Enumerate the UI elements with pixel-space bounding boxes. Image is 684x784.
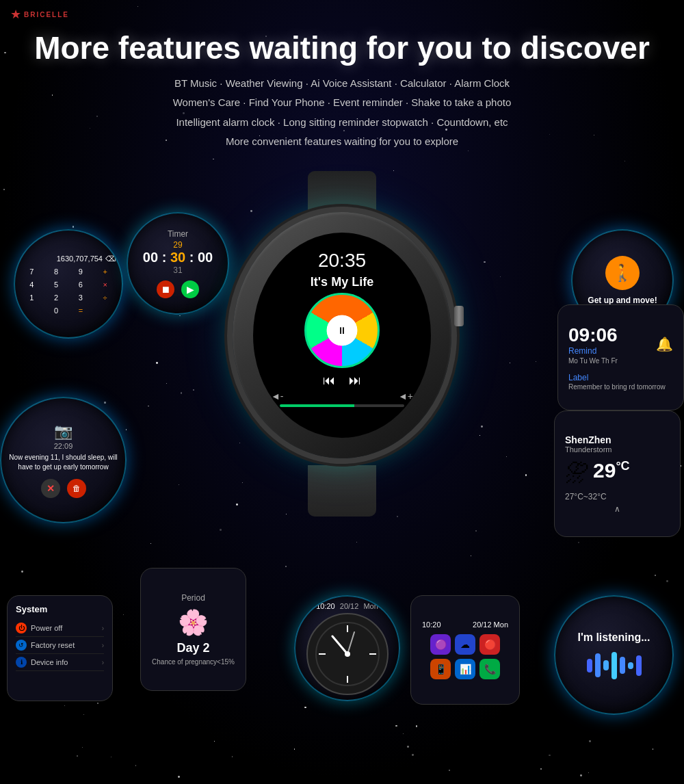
- timer-play-button[interactable]: ▶: [181, 280, 199, 298]
- calc-key-9[interactable]: 9: [70, 266, 92, 277]
- period-circle: Period 🌸 Day 2 Chance of pregnancy<15%: [140, 568, 246, 691]
- app-icon-phone[interactable]: 📞: [479, 659, 500, 679]
- calc-key-0[interactable]: 0: [45, 305, 68, 316]
- analog-watch-circle: 10:20 20/12 Mon: [294, 595, 400, 701]
- timer-bottom-number: 31: [173, 265, 182, 275]
- features-line-1: BT Music · Weather Viewing · Ai Voice As…: [14, 74, 670, 94]
- app-icon-5[interactable]: 📊: [455, 659, 475, 679]
- device-info-label: Device info: [31, 658, 98, 666]
- alarm-remember-text: Remember to bring rd tomorrow: [568, 382, 673, 391]
- calc-key-5[interactable]: 5: [45, 279, 68, 290]
- analog-watch-face: [306, 613, 389, 695]
- getup-icon: 🚶: [605, 256, 640, 290]
- notification-dismiss-button[interactable]: ✕: [41, 479, 60, 498]
- volume-down-icon[interactable]: ◄-: [271, 391, 284, 402]
- timer-top-number: 29: [173, 240, 182, 250]
- alarm-label-section: Label Remember to bring rd tomorrow: [568, 370, 673, 391]
- watch-controls: ⏮ ⏭: [323, 374, 361, 388]
- prev-track-icon[interactable]: ⏮: [323, 374, 335, 388]
- watch-strap-bottom: [308, 465, 376, 517]
- calc-key-equals[interactable]: =: [70, 305, 92, 316]
- power-off-item[interactable]: ⏻ Power off ›: [16, 620, 104, 637]
- weather-cloud-icon: ⛈: [565, 459, 590, 488]
- apps-header: 10:20 20/12 Mon: [417, 618, 514, 631]
- svg-point-7: [345, 651, 350, 657]
- device-info-icon: ℹ: [16, 657, 27, 668]
- calc-key-empty2: [94, 305, 116, 316]
- apps-date: 20/12 Mon: [473, 620, 508, 629]
- timer-stop-button[interactable]: ⏹: [157, 280, 174, 298]
- calc-backspace-icon[interactable]: ⌫: [105, 254, 116, 263]
- ai-audio-bars: [587, 652, 642, 679]
- calc-key-empty1: [21, 305, 43, 316]
- alarm-remind-label: Remind: [568, 346, 618, 356]
- ai-bar-3: [603, 660, 609, 670]
- main-title: More features waiting for you to discove…: [14, 31, 670, 66]
- calc-key-7[interactable]: 7: [21, 266, 43, 277]
- device-info-item[interactable]: ℹ Device info ›: [16, 654, 104, 671]
- timer-label: Timer: [168, 229, 188, 239]
- volume-up-icon[interactable]: ◄+: [398, 391, 413, 402]
- weather-temperature: ⛈ 29°C: [565, 459, 630, 488]
- factory-reset-arrow: ›: [102, 642, 104, 649]
- power-off-icon: ⏻: [16, 623, 27, 633]
- factory-reset-item[interactable]: ↺ Factory reset ›: [16, 637, 104, 654]
- period-label: Period: [181, 593, 205, 603]
- timer-buttons: ⏹ ▶: [157, 280, 199, 298]
- apps-time: 10:20: [422, 620, 441, 629]
- timer-highlight: 30: [170, 250, 185, 265]
- ai-bar-4: [611, 652, 617, 679]
- header-section: More features waiting for you to discove…: [0, 0, 684, 159]
- ai-circle: I'm listening...: [554, 595, 674, 715]
- analog-time-label: 10:20 20/12 Mon: [316, 602, 378, 610]
- notification-buttons: ✕ 🗑: [41, 479, 86, 498]
- calc-key-2[interactable]: 2: [45, 292, 68, 303]
- apps-circle: 10:20 20/12 Mon 🟣 ☁ 🔴 📱 📊 📞: [410, 595, 520, 705]
- calc-key-divide[interactable]: ÷: [94, 292, 116, 303]
- alarm-days: Mo Tu We Th Fr: [568, 357, 618, 365]
- watch-screen: 20:35 It's My Life ⏸ ⏮ ⏭ ◄- ◄+: [253, 233, 431, 438]
- pause-icon: ⏸: [337, 325, 347, 336]
- calc-key-1[interactable]: 1: [21, 292, 43, 303]
- watch-crown[interactable]: [454, 306, 464, 326]
- weather-chevron-icon[interactable]: ∧: [614, 504, 620, 514]
- calc-key-4[interactable]: 4: [21, 279, 43, 290]
- watch-album-art: ⏸: [304, 293, 380, 368]
- weather-city: ShenZhen: [565, 434, 611, 445]
- features-line-3: Intelligent alarm clock · Long sitting r…: [14, 113, 670, 133]
- app-icon-4[interactable]: 📱: [430, 659, 451, 679]
- timer-circle: Timer 29 00 : 30 : 00 31 ⏹ ▶: [127, 212, 229, 315]
- calc-key-multiply[interactable]: ×: [94, 279, 116, 290]
- weather-degrees: 29°C: [593, 459, 630, 482]
- notification-time: 22:09: [54, 442, 73, 450]
- calc-key-8[interactable]: 8: [45, 266, 68, 277]
- calculator-display: 1630,707,754 ⌫: [15, 251, 122, 265]
- watch-progress-bar: [280, 404, 404, 407]
- calc-key-6[interactable]: 6: [70, 279, 92, 290]
- watch-song-title: It's My Life: [311, 275, 373, 289]
- timer-display: 00 : 30 : 00: [143, 250, 213, 265]
- device-info-arrow: ›: [102, 659, 104, 666]
- calc-key-3[interactable]: 3: [70, 292, 92, 303]
- app-icon-1[interactable]: 🟣: [430, 634, 451, 655]
- factory-reset-icon: ↺: [16, 640, 27, 651]
- ai-bar-5: [620, 657, 625, 674]
- notification-delete-button[interactable]: 🗑: [67, 479, 86, 498]
- calc-display-value: 1630,707,754: [57, 254, 103, 263]
- ai-bar-6: [628, 662, 633, 669]
- calc-key-plus[interactable]: +: [94, 266, 116, 277]
- app-icon-3[interactable]: 🔴: [479, 634, 500, 655]
- analog-clock-svg: [313, 620, 382, 688]
- weather-circle: ShenZhen Thunderstorm ⛈ 29°C 27°C~32°C ∧: [554, 410, 681, 537]
- app-icon-2[interactable]: ☁: [455, 634, 475, 655]
- alarm-time: 09:06: [568, 324, 618, 346]
- center-watch: 20:35 It's My Life ⏸ ⏮ ⏭ ◄- ◄+: [226, 212, 458, 472]
- next-track-icon[interactable]: ⏭: [349, 374, 361, 388]
- period-day: Day 2: [176, 641, 209, 655]
- timer-numbers: 29: [173, 240, 182, 250]
- getup-text: Get up and move!: [588, 296, 657, 305]
- notification-circle: 📷 22:09 Now evening 11, I should sleep, …: [0, 397, 127, 523]
- notification-app-icon: 📷: [54, 423, 73, 441]
- alarm-circle: 09:06 Remind Mo Tu We Th Fr 🔔 Label Reme…: [557, 304, 684, 410]
- watch-play-button[interactable]: ⏸: [330, 318, 354, 343]
